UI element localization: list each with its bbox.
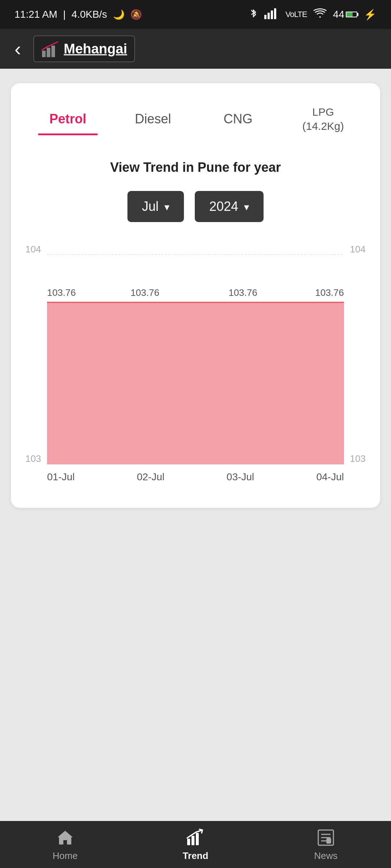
svg-rect-4 bbox=[42, 51, 46, 57]
month-label: Jul bbox=[142, 199, 159, 214]
volte-icon: VoLTE bbox=[285, 10, 307, 19]
y-labels-right: 104 103 bbox=[350, 244, 366, 490]
tab-petrol[interactable]: Petrol bbox=[25, 104, 110, 135]
y-labels-left: 104 103 bbox=[25, 244, 41, 490]
svg-rect-10 bbox=[192, 836, 194, 845]
month-dropdown[interactable]: Jul ▾ bbox=[127, 191, 184, 222]
nav-news[interactable]: News bbox=[261, 828, 391, 861]
moon-icon: 🌙 bbox=[113, 9, 125, 20]
svg-rect-5 bbox=[47, 48, 50, 57]
price-labels: 103.76 103.76 103.76 103.76 bbox=[47, 244, 344, 464]
wifi-icon bbox=[314, 8, 327, 21]
svg-rect-0 bbox=[264, 15, 266, 19]
nav-trend-label: Trend bbox=[183, 850, 209, 861]
tab-diesel[interactable]: Diesel bbox=[110, 104, 196, 135]
y-label-bottom-right: 103 bbox=[350, 453, 366, 464]
bluetooth-icon bbox=[249, 7, 258, 22]
year-chevron-icon: ▾ bbox=[244, 201, 249, 213]
back-button[interactable]: ‹ bbox=[11, 34, 25, 64]
charging-icon: ⚡ bbox=[364, 9, 377, 21]
year-label: 2024 bbox=[209, 199, 238, 214]
svg-rect-3 bbox=[274, 8, 276, 19]
price-label-1: 103.76 bbox=[131, 287, 160, 298]
nav-news-label: News bbox=[314, 850, 337, 861]
chart-area: 104 103 104 103 bbox=[25, 244, 366, 490]
y-label-bottom-left: 103 bbox=[25, 453, 41, 464]
chart-svg-container: 103.76 103.76 103.76 103.76 bbox=[47, 244, 344, 464]
signal-icon bbox=[264, 8, 279, 22]
nav-trend[interactable]: Trend bbox=[130, 828, 261, 861]
logo-icon bbox=[41, 40, 59, 58]
status-bar: 11:21 AM | 4.0KB/s 🌙 🔕 VoLTE bbox=[0, 0, 391, 29]
svg-rect-6 bbox=[51, 46, 55, 57]
status-right: VoLTE 44 ⚡ bbox=[249, 7, 377, 22]
battery-visual bbox=[346, 12, 357, 17]
mute-icon: 🔕 bbox=[130, 9, 142, 20]
tabs-container: Petrol Diesel CNG LPG(14.2Kg) bbox=[25, 98, 366, 142]
main-content: Petrol Diesel CNG LPG(14.2Kg) View Trend… bbox=[0, 69, 391, 821]
status-time: 11:21 AM bbox=[14, 9, 57, 20]
x-label-2: 03-Jul bbox=[227, 471, 254, 483]
nav-home-label: Home bbox=[52, 850, 77, 861]
bottom-nav: Home Trend News bbox=[0, 821, 391, 868]
svg-rect-1 bbox=[268, 13, 270, 19]
year-dropdown[interactable]: 2024 ▾ bbox=[195, 191, 264, 222]
tab-lpg[interactable]: LPG(14.2Kg) bbox=[281, 98, 366, 142]
status-separator: | bbox=[63, 9, 66, 20]
price-label-2: 103.76 bbox=[228, 287, 257, 298]
battery-percent: 44 bbox=[333, 9, 344, 20]
svg-rect-2 bbox=[271, 10, 273, 19]
price-label-3: 103.76 bbox=[315, 287, 344, 298]
month-chevron-icon: ▾ bbox=[164, 201, 169, 213]
status-data-speed: 4.0KB/s bbox=[72, 9, 107, 20]
x-label-1: 02-Jul bbox=[137, 471, 164, 483]
price-label-0: 103.76 bbox=[47, 287, 76, 298]
svg-rect-11 bbox=[196, 833, 199, 845]
news-icon bbox=[316, 828, 336, 847]
app-name-label: Mehangai bbox=[64, 41, 127, 57]
x-label-3: 04-Jul bbox=[316, 471, 344, 483]
y-label-top-right: 104 bbox=[350, 244, 366, 255]
battery-icon: 44 bbox=[333, 9, 357, 20]
y-label-top-left: 104 bbox=[25, 244, 41, 255]
trend-icon bbox=[186, 828, 205, 847]
x-label-0: 01-Jul bbox=[47, 471, 75, 483]
top-nav: ‹ Mehangai bbox=[0, 29, 391, 69]
svg-rect-9 bbox=[187, 839, 190, 845]
home-icon bbox=[55, 828, 75, 847]
trend-header: View Trend in Pune for year bbox=[25, 160, 366, 175]
app-logo: Mehangai bbox=[33, 35, 135, 62]
svg-rect-16 bbox=[327, 839, 331, 843]
nav-home[interactable]: Home bbox=[0, 828, 130, 861]
status-left: 11:21 AM | 4.0KB/s 🌙 🔕 bbox=[14, 9, 142, 20]
tab-cng[interactable]: CNG bbox=[196, 104, 281, 135]
card: Petrol Diesel CNG LPG(14.2Kg) View Trend… bbox=[11, 83, 380, 508]
dropdowns-container: Jul ▾ 2024 ▾ bbox=[25, 191, 366, 222]
x-labels: 01-Jul 02-Jul 03-Jul 04-Jul bbox=[47, 464, 344, 490]
